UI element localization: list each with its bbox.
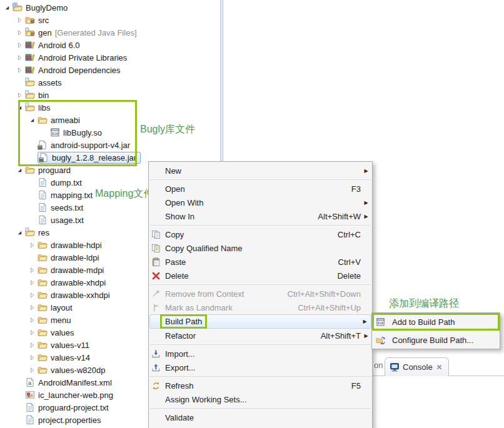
expand-arrow-icon[interactable] <box>16 41 25 49</box>
submenu-arrow-icon: ▶ <box>363 333 370 339</box>
tree-item-android-private-libraries[interactable]: Android Private Libraries <box>0 51 220 64</box>
expand-arrow-icon[interactable] <box>29 291 38 299</box>
tree-item-libs[interactable]: libs <box>0 101 220 114</box>
menu-separator <box>150 179 371 180</box>
console-icon <box>390 362 400 372</box>
collapse-arrow-icon[interactable] <box>29 116 38 124</box>
menu-item-open-with[interactable]: Open With▶ <box>149 196 372 209</box>
file-text-icon <box>38 202 49 212</box>
folder-gen-icon <box>25 27 36 37</box>
menu-icon-slot <box>151 412 164 422</box>
expand-arrow-icon[interactable] <box>16 66 25 74</box>
tree-indent <box>16 416 25 424</box>
menu-item-import[interactable]: Import... <box>149 347 372 361</box>
menu-item-label: Refactor <box>165 331 196 341</box>
menu-shortcut: Delete <box>337 271 363 281</box>
expand-arrow-icon[interactable] <box>29 241 38 249</box>
menu-icon-slot <box>151 331 164 341</box>
menu-item-label: Delete <box>165 271 189 281</box>
add-path-annotation: 添加到编译路径 <box>389 297 459 311</box>
collapse-arrow-icon[interactable] <box>16 228 25 237</box>
expand-arrow-icon[interactable] <box>29 303 38 312</box>
tree-indent <box>29 216 38 224</box>
expand-arrow-icon[interactable] <box>16 53 25 62</box>
menu-item-paste[interactable]: PasteCtrl+V <box>149 255 372 269</box>
tree-item-label: gen <box>36 28 54 37</box>
tree-item-buglydemo[interactable]: BuglyDemo <box>0 1 220 14</box>
tree-item-bin[interactable]: bin <box>0 89 220 101</box>
expand-arrow-icon[interactable] <box>29 353 38 362</box>
export-icon <box>151 362 164 372</box>
menu-item-new[interactable]: New▶ <box>149 164 372 177</box>
file-text-icon <box>38 177 49 187</box>
expand-arrow-icon[interactable] <box>16 28 25 37</box>
submenu-item-add-to-build-path[interactable]: 010Add to Build Path <box>372 313 500 331</box>
collapse-arrow-icon[interactable] <box>4 3 13 12</box>
menu-item-refresh[interactable]: RefreshF5 <box>149 379 372 392</box>
tree-item-gen[interactable]: gen[Generated Java Files] <box>0 26 220 39</box>
menu-item-copy-qualified-name[interactable]: Copy Qualified Name <box>149 241 372 255</box>
eclipse-window: BuglyDemosrcgen[Generated Java Files]And… <box>0 0 504 428</box>
expand-arrow-icon[interactable] <box>29 266 38 274</box>
partial-tab[interactable]: on <box>374 361 383 370</box>
tree-item-label: drawable-ldpi <box>49 253 101 262</box>
menu-item-assign-working-sets[interactable]: Assign Working Sets... <box>149 392 372 406</box>
folder-deco-icon <box>25 102 36 112</box>
close-icon[interactable] <box>436 364 443 371</box>
tree-item-label: project.properties <box>36 416 103 425</box>
tree-item-android-dependencies[interactable]: Android Dependencies <box>0 64 220 76</box>
menu-item-refactor[interactable]: RefactorAlt+Shift+T▶ <box>149 329 372 342</box>
expand-arrow-icon[interactable] <box>29 366 38 374</box>
menu-item-label: Open <box>165 184 185 194</box>
remove-context-icon <box>151 289 164 299</box>
menu-shortcut: Alt+Shift+T <box>321 331 363 341</box>
expand-arrow-icon[interactable] <box>29 316 38 324</box>
tree-item-label: dump.txt <box>49 178 84 187</box>
folder-icon <box>38 265 49 275</box>
menu-item-delete[interactable]: DeleteDelete <box>149 269 372 282</box>
tree-item-label: proguard-project.txt <box>36 403 111 412</box>
tab-console[interactable]: Console <box>385 357 449 376</box>
collapse-arrow-icon[interactable] <box>16 103 25 112</box>
mapping-annotation: Mapping文件 <box>95 187 153 201</box>
menu-shortcut: F3 <box>351 184 363 194</box>
expand-arrow-icon[interactable] <box>16 16 25 24</box>
tree-item-assets[interactable]: assets <box>0 76 220 89</box>
menu-item-build-path[interactable]: Build Path▶ <box>149 314 371 329</box>
menu-item-label: Paste <box>165 257 186 267</box>
tree-item-android-6-0[interactable]: Android 6.0 <box>0 39 220 51</box>
svg-text:010: 010 <box>52 132 58 136</box>
expand-arrow-icon[interactable] <box>29 278 38 287</box>
menu-item-label: Refresh <box>165 381 194 391</box>
tree-item-android-support-v4-jar[interactable]: android-support-v4.jar <box>0 139 220 151</box>
tree-item-label: mapping.txt <box>49 191 94 200</box>
copy-name-icon <box>151 243 164 253</box>
expand-arrow-icon[interactable] <box>29 328 38 337</box>
menu-item-export[interactable]: Export... <box>149 361 372 374</box>
menu-item-label: Build Path <box>160 314 207 329</box>
tree-item-label: res <box>36 228 51 237</box>
menu-item-validate[interactable]: Validate <box>149 411 372 424</box>
tree-item-label: values-w820dp <box>49 366 107 375</box>
submenu-item-configure-build-path[interactable]: Configure Build Path... <box>372 331 500 349</box>
delete-icon <box>151 271 164 281</box>
tree-item-label: proguard <box>36 166 73 175</box>
expand-arrow-icon[interactable] <box>16 91 25 99</box>
menu-item-show-in[interactable]: Show InAlt+Shift+W▶ <box>149 209 372 223</box>
menu-icon-slot <box>151 166 164 176</box>
tree-item-src[interactable]: src <box>0 14 220 26</box>
collapse-arrow-icon[interactable] <box>16 166 25 174</box>
menu-item-label: Export... <box>165 363 195 372</box>
submenu-arrow-icon: ▶ <box>363 200 370 206</box>
menu-shortcut: Alt+Shift+W <box>318 212 363 221</box>
menu-item-open[interactable]: OpenF3 <box>149 182 372 196</box>
menu-icon-slot <box>151 197 164 207</box>
menu-item-copy[interactable]: CopyCtrl+C <box>149 227 372 241</box>
tree-item-label: BuglyDemo <box>24 3 69 12</box>
expand-arrow-icon[interactable] <box>29 341 38 349</box>
tree-item-label: Android Dependencies <box>36 66 123 75</box>
folder-deco-icon <box>25 90 36 100</box>
folder-deco-icon <box>25 77 36 87</box>
context-menu: New▶OpenF3Open With▶Show InAlt+Shift+W▶C… <box>148 161 373 428</box>
file-binary-icon: 010 <box>50 127 61 137</box>
